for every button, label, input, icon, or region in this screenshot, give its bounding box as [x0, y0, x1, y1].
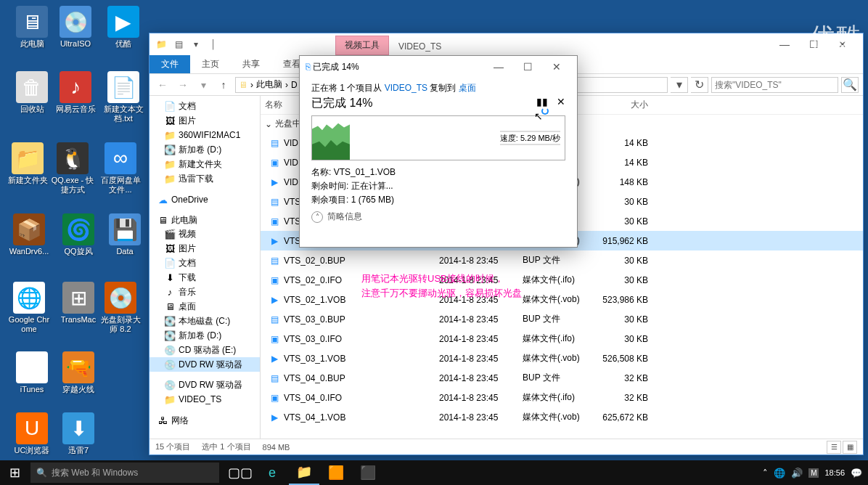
col-size[interactable]: 大小	[587, 96, 652, 114]
task-edge[interactable]: e	[257, 460, 287, 485]
file-row[interactable]: ▶VTS_03_1.VOB2014-1-8 23:45媒体文件(.vob)526…	[261, 349, 863, 368]
ribbon-share[interactable]: 共享	[231, 55, 271, 73]
sidebar-pics2[interactable]: 🖼图片	[150, 241, 260, 256]
nav-hist[interactable]: ▾	[195, 76, 212, 94]
sidebar-localc[interactable]: 💽本地磁盘 (C:)	[150, 314, 260, 328]
desktop-icon-WanDrv6...[interactable]: 📦WanDrv6...	[7, 213, 51, 256]
file-row[interactable]: ▶VTS_04_1.VOB2014-1-8 23:45媒体文件(.vob)625…	[261, 407, 863, 427]
desktop-icon-此电脑[interactable]: 🖥此电脑	[10, 6, 54, 49]
sidebar-docs[interactable]: 📄文档	[150, 99, 260, 113]
sidebar-pc[interactable]: 🖥此电脑	[150, 212, 260, 227]
cancel-button[interactable]: ✕	[557, 96, 565, 107]
sidebar-pics[interactable]: 🖼图片	[150, 113, 260, 128]
sidebar-onedrive[interactable]: ☁OneDrive	[150, 192, 260, 206]
task-app2[interactable]: ⬛	[353, 460, 383, 485]
ribbon-home[interactable]: 主页	[190, 55, 231, 73]
sidebar-dvdrw2[interactable]: 💿DVD RW 驱动器	[150, 378, 260, 392]
sidebar-music[interactable]: ♪音乐	[150, 285, 260, 299]
desktop-icon-Google Chrome[interactable]: 🌐Google Chrome	[7, 282, 51, 334]
taskbar-search[interactable]: 🔍 搜索 Web 和 Windows	[30, 462, 219, 483]
addr-pc[interactable]: 此电脑	[256, 78, 282, 91]
undo-icon[interactable]: ▾	[190, 38, 202, 50]
pause-button[interactable]: ▮▮	[536, 96, 548, 107]
desktop-icon-百度网盘单文件...[interactable]: ∞百度网盘单文件...	[99, 142, 142, 195]
desktop-icon-Data[interactable]: 💾Data	[103, 213, 147, 256]
desktop-icon-QQ旋风[interactable]: 🌀QQ旋风	[57, 213, 100, 256]
file-row[interactable]: ▤VTS_02_0.BUP2014-1-8 23:45BUP 文件30 KB	[261, 250, 863, 270]
ribbon-file[interactable]: 文件	[150, 55, 190, 73]
minimize-button[interactable]: —	[770, 34, 799, 54]
task-app1[interactable]: 🟧	[321, 460, 351, 485]
brief-toggle[interactable]: ˄ 简略信息	[311, 211, 565, 223]
vts-icon: 📁	[164, 394, 176, 405]
sidebar-desktop[interactable]: 🖥桌面	[150, 299, 260, 314]
sidebar-xunlei[interactable]: 📁迅雷下载	[150, 171, 260, 186]
sidebar-video[interactable]: 🎬视频	[150, 227, 260, 241]
desktop-icon-迅雷7[interactable]: ⬇迅雷7	[57, 412, 100, 455]
search-button[interactable]: 🔍	[841, 77, 859, 93]
sidebar-dl[interactable]: ⬇下载	[150, 270, 260, 285]
search-input[interactable]	[711, 77, 838, 93]
video-icon: 🎬	[164, 228, 176, 240]
file-row[interactable]: ▤VTS_04_0.BUP2014-1-8 23:45BUP 文件32 KB	[261, 368, 863, 388]
file-row[interactable]: ▤VTS_03_0.BUP2014-1-8 23:45BUP 文件30 KB	[261, 309, 863, 329]
sidebar-newfolder[interactable]: 📁新建文件夹	[150, 157, 260, 171]
src-link[interactable]: VIDEO_TS	[385, 83, 427, 93]
tray-clock[interactable]: 18:56	[824, 468, 845, 477]
sidebar-cd[interactable]: 💿CD 驱动器 (E:)	[150, 343, 260, 357]
nav-fwd[interactable]: →	[174, 76, 192, 94]
view-large[interactable]: ▦	[843, 441, 857, 454]
tray-vol[interactable]: 🔊	[791, 468, 803, 478]
chevron-down-icon: ⌄	[265, 119, 272, 129]
desktop-icon-优酷[interactable]: ▶优酷	[102, 6, 145, 49]
search-icon: 🔍	[36, 468, 47, 478]
tab-video-ts[interactable]: VIDEO_TS	[389, 38, 451, 55]
sidebar-net[interactable]: 🖧网络	[150, 412, 260, 427]
dialog-titlebar[interactable]: ⎘ 已完成 14% — ☐ ✕	[300, 56, 577, 78]
dlg-maximize[interactable]: ☐	[513, 57, 542, 77]
desktop-icon-UltraISO[interactable]: 💿UltraISO	[54, 6, 97, 49]
tray-up[interactable]: ˄	[763, 468, 768, 478]
dst-link[interactable]: 桌面	[459, 83, 476, 93]
sidebar-dvdrw[interactable]: 💿DVD RW 驱动器	[150, 357, 260, 372]
props-icon[interactable]: ▤	[173, 38, 184, 50]
desktop-icon-穿越火线[interactable]: 🔫穿越火线	[57, 351, 100, 394]
sidebar-docs2[interactable]: 📄文档	[150, 256, 260, 270]
sidebar-vts[interactable]: 📁VIDEO_TS	[150, 392, 260, 407]
tab-video-tools[interactable]: 视频工具	[335, 36, 389, 55]
status-count: 15 个项目	[155, 441, 190, 452]
addr-dropdown[interactable]: ▾	[671, 77, 688, 93]
nav-up[interactable]: ↑	[215, 76, 232, 94]
file-row[interactable]: ▣VTS_03_0.IFO2014-1-8 23:45媒体文件(.ifo)30 …	[261, 329, 863, 349]
desktop-icon-光盘刻录大师 8.2[interactable]: 💿光盘刻录大师 8.2	[99, 282, 142, 334]
speed-chart: 速度: 5.29 MB/秒 ↖	[311, 115, 565, 160]
sidebar-newvol[interactable]: 💽新加卷 (D:)	[150, 142, 260, 157]
task-view[interactable]: ▢▢	[225, 460, 255, 485]
desktop-icon-新建文本文档.txt[interactable]: 📄新建文本文档.txt	[102, 71, 145, 123]
close-button[interactable]: ✕	[828, 34, 857, 54]
desktop-icon-TransMac[interactable]: ⊞TransMac	[57, 282, 100, 325]
file-row[interactable]: ▶VTS_02_1.VOB2014-1-8 23:45媒体文件(.vob)523…	[261, 290, 863, 309]
tray-ime[interactable]: M	[808, 468, 819, 478]
nav-back[interactable]: ←	[154, 76, 171, 94]
desktop-icon-回收站[interactable]: 🗑回收站	[10, 71, 54, 114]
view-details[interactable]: ☰	[827, 441, 841, 454]
tray-notif[interactable]: 💬	[851, 468, 862, 478]
tray-net[interactable]: 🌐	[774, 468, 785, 478]
desktop-icon-网易云音乐[interactable]: ♪网易云音乐	[54, 71, 97, 114]
desktop-icon-UC浏览器[interactable]: UUC浏览器	[10, 412, 54, 455]
task-explorer[interactable]: 📁	[289, 460, 319, 485]
dlg-close[interactable]: ✕	[542, 57, 571, 77]
dlg-minimize[interactable]: —	[484, 57, 513, 77]
desktop-icon-QQ.exe - 快捷方式[interactable]: 🐧QQ.exe - 快捷方式	[51, 142, 94, 195]
file-row[interactable]: ▣VTS_02_0.IFO2014-1-8 23:45媒体文件(.ifo)30 …	[261, 270, 863, 290]
desktop-icon-新建文件夹[interactable]: 📁新建文件夹	[6, 142, 49, 185]
maximize-button[interactable]: ☐	[799, 34, 828, 54]
sidebar-newvol2[interactable]: 💽新加卷 (D:)	[150, 328, 260, 343]
addr-d[interactable]: D	[291, 80, 298, 90]
start-button[interactable]: ⊞	[0, 460, 29, 485]
desktop-icon-iTunes[interactable]: ♬iTunes	[10, 351, 54, 394]
sidebar-360[interactable]: 📁360WIFI2MAC1	[150, 128, 260, 142]
refresh-button[interactable]: ↻	[691, 77, 708, 93]
file-row[interactable]: ▣VTS_04_0.IFO2014-1-8 23:45媒体文件(.ifo)32 …	[261, 388, 863, 407]
